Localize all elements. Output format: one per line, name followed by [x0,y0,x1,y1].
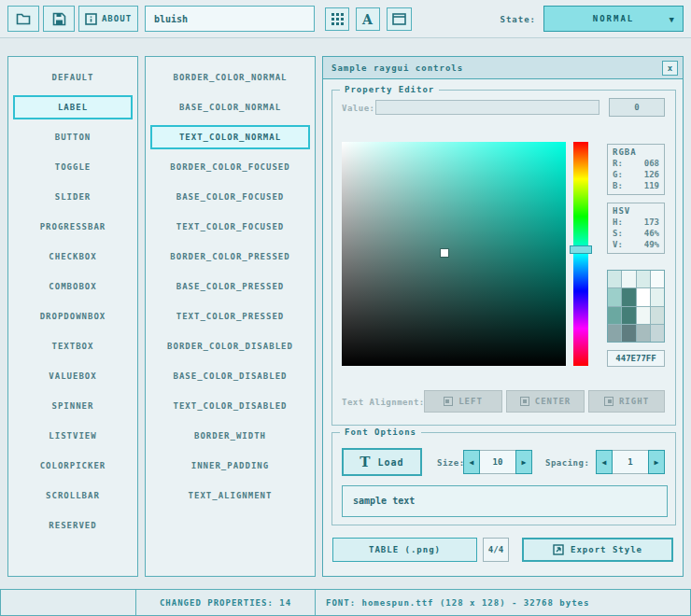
rgba-title: RGBA [613,147,659,157]
test-window-button[interactable] [387,7,412,31]
control-type-item[interactable]: PROGRESSBAR [13,215,133,239]
export-style-label: Export Style [571,545,642,554]
palette-swatch[interactable] [622,288,635,305]
style-property-item[interactable]: TEXT_COLOR_PRESSED [150,304,310,329]
hsv-title: HSV [613,206,659,216]
state-label: State: [500,15,536,24]
style-property-item[interactable]: BORDER_WIDTH [150,424,310,448]
group-title-property-editor: Property Editor [340,85,439,94]
s-label: S: [613,228,623,239]
style-property-item[interactable]: BORDER_COLOR_FOCUSED [150,155,310,179]
font-mode-button[interactable]: A [356,7,380,31]
value-box[interactable]: 0 [609,98,665,117]
palette-swatch[interactable] [637,307,650,324]
spacing-increase-button[interactable]: ▶ [648,450,665,474]
spacing-value[interactable]: 1 [613,450,648,474]
control-type-item[interactable]: COMBOBOX [13,274,133,299]
align-left-button[interactable]: LEFT [424,390,502,413]
palette-swatch[interactable] [651,307,664,324]
style-property-item[interactable]: BASE_COLOR_FOCUSED [150,185,310,209]
save-icon [52,12,66,26]
size-label: Size: [437,458,465,468]
style-property-item[interactable]: TEXT_COLOR_FOCUSED [150,215,310,239]
control-type-item[interactable]: CHECKBOX [13,245,133,269]
font-a-icon: A [362,12,374,27]
palette-swatch[interactable] [637,325,650,342]
rgba-panel: RGBA R:068 G:126 B:119 [607,144,665,195]
state-dropdown[interactable]: NORMAL ▼ [543,6,684,32]
hue-bar[interactable] [573,142,588,366]
style-property-item[interactable]: BORDER_COLOR_PRESSED [150,245,310,269]
about-button[interactable]: ABOUT [78,6,138,32]
value-slider[interactable] [375,100,599,115]
palette-swatch[interactable] [608,271,621,287]
style-property-item[interactable]: BORDER_COLOR_NORMAL [150,65,310,90]
style-property-item[interactable]: TEXT_COLOR_NORMAL [150,125,310,149]
style-property-item[interactable]: TEXT_COLOR_DISABLED [150,394,310,418]
folder-icon [16,12,31,25]
palette-swatch[interactable] [651,271,664,287]
control-type-item[interactable]: VALUEBOX [13,364,133,388]
palette-swatch[interactable] [651,325,664,342]
palette-swatch[interactable] [608,307,621,324]
palette-swatch[interactable] [637,271,650,287]
style-property-item[interactable]: BASE_COLOR_NORMAL [150,95,310,119]
sample-text-box[interactable]: sample text [342,485,668,517]
hsv-panel: HSV H:173 S:46% V:49% [607,203,665,254]
status-bar: CHANGED PROPERTIES: 14 FONT: homespun.tt… [0,589,691,616]
palette-swatch[interactable] [637,288,650,305]
export-style-button[interactable]: Export Style [522,538,673,562]
color-picker-area[interactable] [342,142,566,366]
about-label: ABOUT [102,14,132,23]
style-property-item[interactable]: BORDER_COLOR_DISABLED [150,334,310,358]
control-type-item[interactable]: SPINNER [13,394,133,418]
control-type-item[interactable]: SCROLLBAR [13,483,133,508]
align-left-icon [444,397,453,406]
palette-swatch[interactable] [608,325,621,342]
control-type-item[interactable]: COLORPICKER [13,454,133,478]
control-type-item[interactable]: LABEL [13,95,133,119]
control-type-item[interactable]: SLIDER [13,185,133,209]
control-type-item[interactable]: DROPDOWNBOX [13,304,133,329]
size-increase-button[interactable]: ▶ [515,450,532,474]
save-style-button[interactable] [43,6,75,32]
r-label: R: [613,158,623,169]
style-name-input[interactable] [145,6,315,32]
control-type-item[interactable]: TEXTBOX [13,334,133,358]
v-value: 49% [644,239,659,250]
spacing-label: Spacing: [545,458,589,468]
font-options-group: Font Options T Load Size: ◀ 10 ▶ Spacing… [331,432,676,525]
align-right-button[interactable]: RIGHT [588,390,665,413]
style-property-item[interactable]: TEXT_ALIGNMENT [150,483,310,508]
control-type-item[interactable]: DEFAULT [13,65,133,90]
load-font-button[interactable]: T Load [342,448,422,476]
palette-swatch[interactable] [622,271,635,287]
text-alignment-label: Text Alignment: [342,398,425,407]
align-center-button[interactable]: CENTER [506,390,585,413]
hex-value-box[interactable]: 447E77FF [607,350,665,367]
style-property-item[interactable]: BASE_COLOR_DISABLED [150,364,310,388]
control-type-item[interactable]: LISTVIEW [13,424,133,448]
control-type-item[interactable]: RESERVED [13,513,133,538]
window-title: Sample raygui controls [331,63,463,73]
palette-swatch[interactable] [608,288,621,305]
spacing-decrease-button[interactable]: ◀ [596,450,613,474]
style-property-item[interactable]: INNER_PADDING [150,454,310,478]
size-decrease-button[interactable]: ◀ [463,450,480,474]
chevron-down-icon: ▼ [670,15,674,24]
export-table-button[interactable]: TABLE (.png) [332,538,477,562]
palette-swatch[interactable] [622,325,635,342]
align-right-icon [604,397,613,406]
load-style-button[interactable] [7,6,39,32]
control-type-item[interactable]: BUTTON [13,125,133,149]
control-type-item[interactable]: TOGGLE [13,155,133,179]
style-table-view-button[interactable] [325,7,349,31]
palette-swatch[interactable] [651,288,664,305]
palette-swatch[interactable] [622,307,635,324]
window-icon [392,13,406,25]
hue-slider-handle[interactable] [570,245,592,254]
size-value[interactable]: 10 [480,450,515,474]
close-button[interactable]: x [662,61,678,76]
style-property-item[interactable]: BASE_COLOR_PRESSED [150,274,310,299]
align-right-label: RIGHT [619,397,649,406]
